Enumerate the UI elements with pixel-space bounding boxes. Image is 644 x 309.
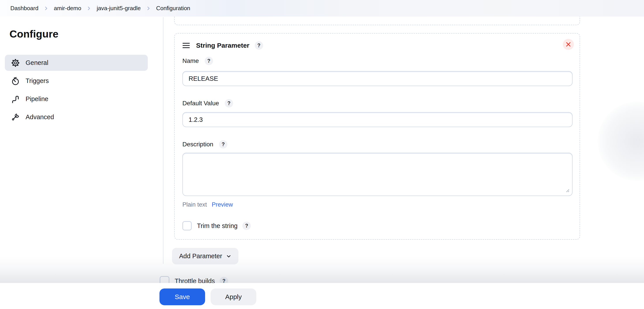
help-button[interactable]: ? bbox=[205, 57, 213, 65]
breadcrumb: Dashboard amir-demo java-junit5-gradle C… bbox=[10, 5, 190, 12]
trim-string-checkbox[interactable] bbox=[182, 221, 192, 230]
save-bar: Save Apply bbox=[0, 283, 644, 309]
description-textarea[interactable] bbox=[182, 153, 572, 196]
save-button[interactable]: Save bbox=[160, 288, 205, 305]
footer-shadow bbox=[0, 256, 644, 283]
parameter-card-header: String Parameter ? bbox=[182, 40, 263, 51]
string-parameter-card: String Parameter ? Name ? Default Value … bbox=[174, 33, 580, 240]
help-button[interactable]: ? bbox=[242, 222, 251, 230]
sidebar-item-label: General bbox=[26, 59, 48, 67]
default-value-label: Default Value bbox=[182, 100, 219, 107]
help-button[interactable]: ? bbox=[219, 140, 228, 149]
sidebar-item-triggers[interactable]: Triggers bbox=[5, 73, 148, 89]
name-label: Name bbox=[182, 57, 199, 65]
parameter-card-title: String Parameter bbox=[196, 42, 250, 49]
sidebar-item-label: Advanced bbox=[26, 113, 54, 121]
configure-sidebar: General Triggers Pipeline bbox=[5, 55, 148, 127]
apply-button[interactable]: Apply bbox=[210, 288, 256, 305]
trim-string-row: Trim the string ? bbox=[182, 221, 251, 230]
breadcrumb-dashboard[interactable]: Dashboard bbox=[10, 5, 38, 12]
chevron-down-icon bbox=[226, 254, 231, 259]
breadcrumb-bar: Dashboard amir-demo java-junit5-gradle C… bbox=[0, 0, 644, 17]
preview-link[interactable]: Preview bbox=[212, 201, 233, 208]
sidebar-item-advanced[interactable]: Advanced bbox=[5, 109, 148, 125]
add-parameter-label: Add Parameter bbox=[179, 252, 222, 260]
sidebar-divider bbox=[163, 17, 164, 264]
plain-text-label: Plain text bbox=[182, 201, 207, 208]
breadcrumb-folder[interactable]: amir-demo bbox=[54, 5, 81, 12]
decorative-glow bbox=[598, 102, 644, 181]
timer-icon bbox=[11, 77, 20, 85]
default-value-label-row: Default Value ? bbox=[182, 99, 233, 108]
trim-string-label[interactable]: Trim the string bbox=[197, 222, 238, 229]
breadcrumb-configuration[interactable]: Configuration bbox=[156, 5, 190, 12]
sidebar-item-general[interactable]: General bbox=[5, 55, 148, 71]
description-mode-row: Plain text Preview bbox=[182, 201, 233, 208]
page-title: Configure bbox=[10, 28, 58, 40]
name-input[interactable] bbox=[182, 71, 572, 86]
chevron-right-icon bbox=[44, 6, 48, 11]
chevron-right-icon bbox=[86, 6, 91, 11]
add-parameter-button[interactable]: Add Parameter bbox=[172, 248, 238, 264]
sidebar-item-label: Triggers bbox=[26, 77, 49, 85]
sidebar-item-label: Pipeline bbox=[26, 95, 48, 103]
configure-page: Dashboard amir-demo java-junit5-gradle C… bbox=[0, 0, 644, 309]
help-button[interactable]: ? bbox=[255, 41, 263, 50]
name-label-row: Name ? bbox=[182, 57, 213, 65]
remove-parameter-button[interactable] bbox=[563, 39, 574, 50]
description-label-row: Description ? bbox=[182, 140, 228, 149]
breadcrumb-job[interactable]: java-junit5-gradle bbox=[96, 5, 140, 12]
drag-handle-icon[interactable] bbox=[182, 43, 190, 48]
sidebar-item-pipeline[interactable]: Pipeline bbox=[5, 91, 148, 107]
close-icon bbox=[566, 42, 571, 47]
wrench-icon bbox=[11, 113, 20, 122]
help-button[interactable]: ? bbox=[225, 99, 233, 108]
default-value-input[interactable] bbox=[182, 112, 572, 127]
gear-icon bbox=[11, 59, 20, 67]
chevron-right-icon bbox=[146, 6, 151, 11]
description-label: Description bbox=[182, 141, 213, 148]
pipeline-icon bbox=[11, 95, 20, 104]
